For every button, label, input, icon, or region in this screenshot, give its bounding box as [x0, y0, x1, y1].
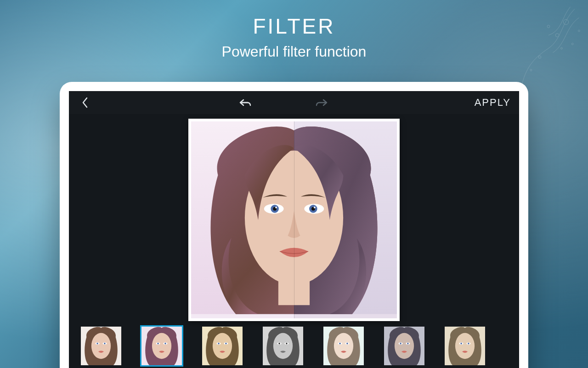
svg-point-19	[314, 207, 316, 208]
top-toolbar: APPLY	[69, 91, 519, 114]
filter-thumbnail	[263, 327, 303, 365]
chevron-left-icon	[81, 97, 89, 109]
filter-thumbnail	[202, 327, 243, 365]
redo-button[interactable]	[313, 95, 329, 110]
portrait-image	[191, 121, 397, 314]
app-screen: APPLY	[69, 91, 519, 368]
filter-bw[interactable]: B/W	[263, 327, 303, 368]
undo-icon	[239, 97, 253, 108]
filter-bleach[interactable]: Bleach	[323, 327, 364, 368]
filter-vintage[interactable]: Vintage	[202, 327, 243, 368]
filter-thumbnail	[81, 327, 121, 365]
undo-button[interactable]	[238, 95, 254, 110]
svg-point-18	[275, 207, 277, 208]
main-photo[interactable]	[188, 119, 400, 321]
photo-preview	[191, 121, 397, 318]
filter-punch[interactable]: Punch	[141, 327, 182, 368]
filter-instant[interactable]: Instant	[384, 327, 424, 368]
filter-latte[interactable]: Latte	[445, 327, 485, 368]
canvas-area	[69, 114, 519, 327]
filter-strip[interactable]: None Punch Vintage B/W Bleach	[69, 327, 519, 368]
filter-thumbnail	[384, 327, 424, 365]
tablet-frame: APPLY	[60, 82, 528, 368]
redo-icon	[314, 97, 328, 108]
filter-thumbnail	[323, 327, 364, 365]
hero-title: FILTER	[0, 14, 588, 39]
filter-thumbnail	[445, 327, 485, 365]
filter-thumbnail	[141, 327, 182, 365]
hero: FILTER Powerful filter function	[0, 0, 588, 60]
filter-none[interactable]: None	[81, 327, 121, 368]
apply-button[interactable]: APPLY	[475, 97, 511, 109]
svg-rect-11	[278, 274, 310, 305]
back-button[interactable]	[77, 95, 93, 110]
svg-point-4	[530, 69, 532, 71]
hero-subtitle: Powerful filter function	[0, 43, 588, 60]
